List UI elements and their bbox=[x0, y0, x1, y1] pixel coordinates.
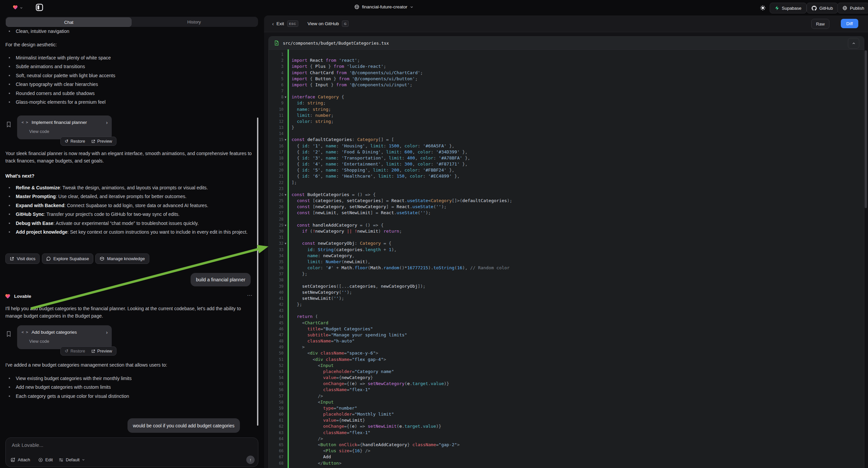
assistant-paragraph: I'll help you add budget categories to t… bbox=[5, 305, 256, 320]
code-scrollbar[interactable] bbox=[865, 50, 867, 208]
file-path-bar[interactable]: src/components/budget/BudgetCategories.t… bbox=[269, 37, 864, 50]
image-icon bbox=[11, 458, 16, 462]
toggle-sidebar-icon[interactable] bbox=[36, 3, 43, 11]
code-line: 33 id: String(categories.length + 1), bbox=[269, 247, 864, 253]
logo-chevron-down-icon[interactable] bbox=[20, 6, 23, 9]
project-chevron-down-icon bbox=[410, 5, 413, 9]
code-line: 28 bbox=[269, 216, 864, 222]
bookmark-icon[interactable] bbox=[6, 121, 11, 127]
restore-icon: ↺ bbox=[65, 349, 68, 353]
edit-mode-button[interactable]: Edit bbox=[38, 457, 53, 462]
code-line: 48 className="h-auto" bbox=[269, 338, 864, 344]
code-line: 31 bbox=[269, 234, 864, 240]
code-line: 9 id: string; bbox=[269, 100, 864, 106]
user-message: would be cool if you could add budget ca… bbox=[127, 418, 240, 433]
supabase-button[interactable]: Supabase bbox=[770, 3, 807, 13]
attach-button[interactable]: Attach bbox=[11, 457, 30, 462]
assistant-header: Lovable bbox=[5, 293, 31, 299]
list-item: Clean typography with clear hierarchies bbox=[9, 80, 250, 89]
explore-supabase-button[interactable]: Explore Supabase bbox=[42, 254, 93, 264]
version-card-header[interactable]: < > Add budget categories › bbox=[17, 325, 112, 339]
knowledge-box-icon bbox=[100, 257, 104, 261]
code-line: 61 value={newLimit} bbox=[269, 417, 864, 423]
tab-chat[interactable]: Chat bbox=[6, 18, 131, 27]
list-item: Minimalist interface with plenty of whit… bbox=[9, 53, 250, 62]
version-card-add-budget-categories[interactable]: < > Add budget categories › View code bbox=[17, 325, 112, 349]
code-panel: ‹ Exit ESC View on GitHub G Raw Diff src… bbox=[264, 16, 868, 468]
chevron-left-icon: ‹ bbox=[272, 21, 274, 27]
ask-lovable-input[interactable] bbox=[11, 442, 214, 448]
publish-button[interactable]: Publish bbox=[837, 3, 868, 13]
list-item: Refine & Customize: Tweak the design, an… bbox=[9, 183, 254, 192]
code-line: 17 { id: '2', name: 'Food & Dining', lim… bbox=[269, 149, 864, 155]
github-label: GitHub bbox=[819, 6, 833, 11]
diff-toggle-button[interactable]: Diff bbox=[841, 19, 858, 28]
code-line: 60 placeholder="Monthly limit" bbox=[269, 411, 864, 417]
version-card-header[interactable]: < > Implement financial planner › bbox=[17, 116, 112, 129]
code-line: 2import React from 'react'; bbox=[269, 57, 864, 63]
restore-button[interactable]: ↺ Restore bbox=[65, 139, 85, 144]
chevron-down-icon bbox=[82, 458, 85, 461]
bookmark-icon[interactable] bbox=[6, 331, 11, 337]
code-line: 10 name: string; bbox=[269, 107, 864, 113]
sliders-icon bbox=[59, 458, 63, 462]
message-menu-icon[interactable]: ⋯ bbox=[247, 292, 253, 298]
code-line: 12 color: string; bbox=[269, 118, 864, 124]
restore-preview-pill: ↺ Restore Preview bbox=[60, 347, 117, 355]
code-line: 4import ChartCard from '@/components/ui/… bbox=[269, 70, 864, 76]
collapse-file-button[interactable] bbox=[848, 38, 859, 49]
code-line: 50 <div className="space-y-6"> bbox=[269, 350, 864, 356]
list-item: Master Prompting: Use clear, detailed, a… bbox=[9, 192, 254, 201]
lovable-logo-heart-icon[interactable] bbox=[12, 5, 18, 10]
code-line: 66 <Plus size={16} /> bbox=[269, 448, 864, 454]
arrow-up-icon: ↑ bbox=[249, 457, 252, 462]
project-switcher[interactable]: financial-future-creator bbox=[354, 4, 413, 9]
visit-docs-button[interactable]: Visit docs bbox=[5, 254, 39, 264]
chat-bubble-icon bbox=[46, 257, 51, 261]
exit-button[interactable]: Exit bbox=[276, 21, 284, 26]
code-line: 23 bbox=[269, 186, 864, 192]
settings-button[interactable] bbox=[757, 3, 768, 13]
code-line: 1 bbox=[269, 51, 864, 57]
assistant-paragraph: I've added a new budget categories manag… bbox=[5, 361, 256, 369]
esc-key-badge: ESC bbox=[287, 21, 298, 27]
code-line: 20 { id: '5', name: 'Shopping', limit: 2… bbox=[269, 167, 864, 173]
code-line: 40 setNewCategory(''); bbox=[269, 289, 864, 295]
code-line: 51 <div className="flex gap-4"> bbox=[269, 356, 864, 362]
send-button[interactable]: ↑ bbox=[246, 456, 255, 464]
code-editor[interactable]: 12import React from 'react';3import { Pl… bbox=[269, 49, 864, 468]
lovable-app: financial-future-creator Supabase GitHub bbox=[0, 0, 868, 468]
code-line: 32▼ const newCategoryObj: Category = { bbox=[269, 240, 864, 246]
code-line: 56 className="flex-1" bbox=[269, 387, 864, 393]
tab-history[interactable]: History bbox=[131, 18, 257, 26]
chat-scrollbar[interactable] bbox=[257, 117, 258, 426]
code-icon: < > bbox=[22, 120, 28, 124]
code-line: 54 value={newCategory} bbox=[269, 375, 864, 381]
code-line: 39 setCategories([...categories, newCate… bbox=[269, 283, 864, 289]
version-card-implement-financial-planner[interactable]: < > Implement financial planner › View c… bbox=[17, 116, 112, 139]
code-line: 35 limit: Number(newLimit), bbox=[269, 259, 864, 265]
view-on-github-button[interactable]: View on GitHub bbox=[308, 21, 339, 26]
restore-button[interactable]: ↺ Restore bbox=[65, 349, 85, 353]
code-line: 8▼interface Category { bbox=[269, 94, 864, 100]
code-line: 62 onChange={(e) => setNewLimit(e.target… bbox=[269, 423, 864, 429]
preview-button[interactable]: Preview bbox=[91, 349, 112, 353]
code-line: 19 { id: '4', name: 'Entertainment', lim… bbox=[269, 161, 864, 167]
code-line: 53 placeholder="Category name" bbox=[269, 369, 864, 375]
model-selector[interactable]: Default bbox=[59, 457, 85, 462]
code-line: 65 <Button onClick={handleAddCategory} c… bbox=[269, 442, 864, 448]
raw-toggle-button[interactable]: Raw bbox=[811, 19, 829, 29]
code-line: 3import { Plus } from 'lucide-react'; bbox=[269, 63, 864, 69]
code-line: 7 bbox=[269, 88, 864, 94]
code-line: 21 { id: '6', name: 'Healthcare', limit:… bbox=[269, 173, 864, 179]
github-button[interactable]: GitHub bbox=[807, 3, 838, 13]
circle-dot-icon bbox=[38, 458, 43, 462]
chat-tabbar: Chat History bbox=[5, 17, 258, 27]
code-line: 57 /> bbox=[269, 393, 864, 399]
manage-knowledge-button[interactable]: Manage knowledge bbox=[95, 254, 149, 264]
version-card-title: Implement financial planner bbox=[32, 120, 106, 125]
version-card-title: Add budget categories bbox=[32, 330, 106, 335]
chevron-right-icon: › bbox=[106, 329, 108, 335]
assistant-paragraph: Your sleek financial planner is now read… bbox=[5, 150, 254, 165]
preview-button[interactable]: Preview bbox=[91, 139, 112, 144]
